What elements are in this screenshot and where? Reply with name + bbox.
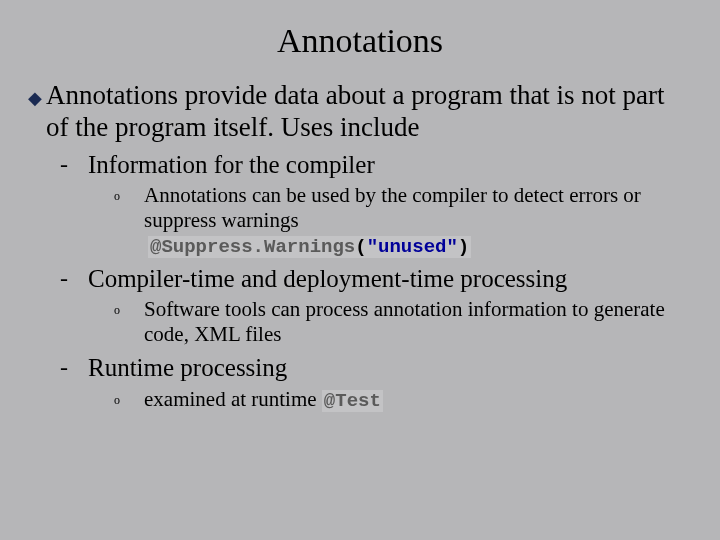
- code-string: "unused": [367, 236, 458, 258]
- sub-item-text: Annotations can be used by the compiler …: [144, 183, 692, 233]
- code-example: @Suppress.Warnings("unused"): [148, 236, 692, 258]
- sub-item-prefix: examined at runtime: [144, 387, 322, 411]
- sub-item: o examined at runtime @Test: [114, 387, 692, 413]
- list-item-label: Compiler-time and deployment-time proces…: [88, 264, 567, 294]
- list-item: - Compiler-time and deployment-time proc…: [60, 264, 692, 294]
- circle-bullet-icon: o: [114, 183, 144, 207]
- list-item: - Runtime processing: [60, 353, 692, 383]
- sub-item-text: examined at runtime @Test: [144, 387, 383, 413]
- list-item-label: Information for the compiler: [88, 150, 375, 180]
- diamond-bullet-icon: ◆: [28, 80, 46, 113]
- code-snippet: @Suppress.Warnings("unused"): [148, 236, 471, 258]
- sub-item: o Annotations can be used by the compile…: [114, 183, 692, 233]
- code-paren-close: ): [458, 236, 469, 258]
- slide: Annotations ◆ Annotations provide data a…: [0, 0, 720, 540]
- code-snippet: @Test: [322, 390, 383, 412]
- sub-item: o Software tools can process annotation …: [114, 297, 692, 347]
- code-keyword: @Suppress.Warnings: [150, 236, 355, 258]
- list-item-label: Runtime processing: [88, 353, 287, 383]
- dash-bullet-icon: -: [60, 264, 88, 292]
- circle-bullet-icon: o: [114, 387, 144, 411]
- list-item: - Information for the compiler: [60, 150, 692, 180]
- dash-bullet-icon: -: [60, 353, 88, 381]
- circle-bullet-icon: o: [114, 297, 144, 321]
- sub-item-text: Software tools can process annotation in…: [144, 297, 692, 347]
- dash-bullet-icon: -: [60, 150, 88, 178]
- code-paren-open: (: [355, 236, 366, 258]
- main-bullet-text: Annotations provide data about a program…: [46, 80, 692, 144]
- main-bullet: ◆ Annotations provide data about a progr…: [28, 80, 692, 144]
- slide-title: Annotations: [28, 22, 692, 60]
